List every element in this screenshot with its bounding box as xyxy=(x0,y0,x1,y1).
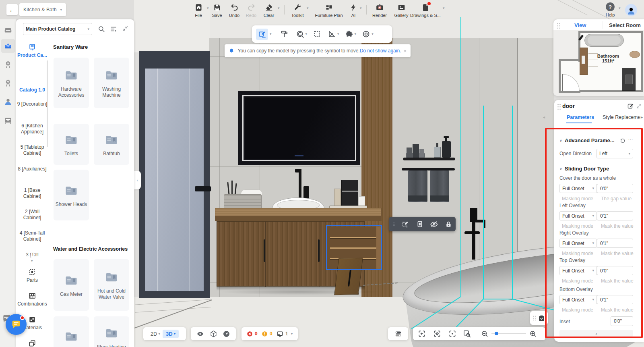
lock-icon[interactable] xyxy=(445,220,452,228)
fit-view-icon[interactable] xyxy=(418,330,426,338)
search-icon[interactable] xyxy=(98,25,105,33)
drawings-button[interactable]: Drawings & S... xyxy=(409,3,442,18)
category-item[interactable]: 1 [Base Cabinet] xyxy=(17,187,48,199)
edit-icon[interactable] xyxy=(627,103,634,110)
toolkit-button[interactable]: Toolkit xyxy=(289,3,306,18)
sidebar-item-cabinet[interactable] xyxy=(4,116,12,125)
plugin-icon[interactable] xyxy=(345,30,353,38)
chevron-down-icon[interactable]: ▾ xyxy=(270,32,272,36)
drag-handle-icon[interactable] xyxy=(557,22,560,29)
category-card[interactable]: Bathtub xyxy=(94,124,129,165)
mode-3d-button[interactable]: 3D▾ xyxy=(163,330,179,338)
chevron-down-icon[interactable]: ▾ xyxy=(305,32,308,36)
project-title-dropdown[interactable]: Kitchen & Bath ▾ xyxy=(19,3,66,16)
focus-icon[interactable] xyxy=(448,330,456,338)
chevron-down-icon[interactable]: ▾ xyxy=(372,32,374,36)
category-item[interactable]: 9 [Decoration] xyxy=(17,101,48,107)
chevron-down-icon[interactable]: ▾ xyxy=(278,6,280,10)
zoom-area-icon[interactable] xyxy=(463,330,471,338)
close-icon[interactable]: × xyxy=(403,48,407,54)
category-card[interactable]: Socket xyxy=(54,316,89,347)
issues-toolbar[interactable]: 0 0 1 ▾ xyxy=(242,327,298,340)
scrollbar-thumb[interactable] xyxy=(47,60,48,147)
render-button[interactable]: Render xyxy=(371,3,388,18)
category-card[interactable]: Floor Heating Water xyxy=(94,316,129,347)
chevron-down-icon[interactable]: ▾ xyxy=(443,6,445,10)
ai-button[interactable]: AI xyxy=(347,3,360,18)
panel-collapse-tab[interactable]: ‹ xyxy=(134,171,141,189)
tab-scroll-right-icon[interactable]: ► xyxy=(640,115,644,119)
sidebar-item-badge[interactable] xyxy=(4,60,12,69)
material-picker-icon[interactable] xyxy=(296,30,304,38)
category-card[interactable]: Toilets xyxy=(54,124,89,165)
toggles-button[interactable] xyxy=(388,327,408,340)
category-card[interactable]: Hot and Cold Water Valve xyxy=(94,259,129,311)
sidebar-item-vip[interactable] xyxy=(4,42,12,50)
clear-button[interactable]: Clear xyxy=(261,3,277,18)
collapse-panel-icon[interactable] xyxy=(122,25,128,32)
sidebar-item-badge[interactable] xyxy=(4,79,12,87)
subtab-catalog[interactable]: Catalog 1.0 xyxy=(17,87,48,93)
measure-icon[interactable] xyxy=(328,30,336,38)
category-card[interactable]: Hardware Accessories xyxy=(54,58,89,108)
category-item[interactable]: 8 [Auxiliaries] xyxy=(17,166,48,172)
nav-hybrid-library[interactable]: Hybrid libra... xyxy=(16,339,48,347)
tab-select-room[interactable]: Select Room xyxy=(609,22,641,28)
camera-settings-icon[interactable] xyxy=(433,330,441,338)
expand-list-icon[interactable]: ▾ xyxy=(31,259,33,263)
expand-icon[interactable] xyxy=(636,104,642,109)
door-swap-icon[interactable] xyxy=(416,220,424,228)
chevron-down-icon[interactable]: ▾ xyxy=(207,6,209,10)
catalog-dropdown[interactable]: Main Product Catalog ▾ xyxy=(23,23,92,35)
nav-combinations[interactable]: Combinations xyxy=(16,292,48,307)
category-card[interactable]: Shower Heads xyxy=(54,170,89,220)
target-icon[interactable] xyxy=(362,30,370,38)
avatar[interactable] xyxy=(625,4,637,16)
category-card[interactable]: Washing Machine xyxy=(94,58,129,108)
edit-selection-icon[interactable] xyxy=(401,220,409,229)
sidebar-item-account[interactable] xyxy=(4,97,12,106)
undo-button[interactable]: Undo xyxy=(226,3,242,18)
hide-icon[interactable] xyxy=(430,220,438,229)
category-card[interactable]: Gas Meter xyxy=(54,259,89,311)
chevron-down-icon[interactable]: ▾ xyxy=(360,6,362,10)
gallery-button[interactable]: Gallery xyxy=(392,3,411,18)
performance-icon[interactable] xyxy=(223,330,230,338)
zoom-slider-track[interactable] xyxy=(491,333,526,334)
chevron-down-icon[interactable]: ▾ xyxy=(355,32,357,36)
support-chat-button[interactable] xyxy=(6,314,27,335)
chevron-down-icon[interactable]: ▾ xyxy=(619,6,621,10)
drag-handle-icon[interactable] xyxy=(557,103,561,110)
tab-scroll-left-icon[interactable]: ◄ xyxy=(542,115,546,119)
filter-list-icon[interactable] xyxy=(110,25,117,33)
tab-product-catalog[interactable]: Product Ca... xyxy=(16,43,48,58)
paint-roller-icon[interactable] xyxy=(280,30,289,38)
zoom-out-icon[interactable] xyxy=(481,330,488,337)
zoom-slider-handle[interactable] xyxy=(495,332,498,335)
do-not-show-link[interactable]: Do not show again. xyxy=(360,48,401,54)
save-button[interactable]: Save xyxy=(209,3,225,18)
tab-parameters[interactable]: Parameters xyxy=(567,114,594,120)
category-item[interactable]: 6 [Kitchen Appliance] xyxy=(17,123,48,135)
tab-style-replacement[interactable]: Style Replaceme xyxy=(603,114,640,120)
zoom-in-icon[interactable] xyxy=(529,330,537,337)
category-item[interactable]: 4 [Semi-Tall Cabinet] xyxy=(17,230,48,242)
mode-2d-button[interactable]: 2D▾ xyxy=(151,331,160,337)
drag-handle-icon[interactable] xyxy=(392,220,396,228)
category-item[interactable]: 5 [Tabletop Cabinet] xyxy=(17,144,48,156)
furniture-plan-button[interactable]: Furniture Plan xyxy=(313,3,345,18)
chevron-down-icon[interactable]: ▾ xyxy=(307,6,309,10)
category-item[interactable]: 2 [Wall Cabinet] xyxy=(17,209,48,221)
nav-parts[interactable]: Parts xyxy=(16,268,48,283)
visibility-icon[interactable] xyxy=(196,330,204,338)
sidebar-item-furniture[interactable] xyxy=(4,26,12,35)
cube-view-icon[interactable] xyxy=(210,330,217,338)
select-tool-button[interactable] xyxy=(256,29,268,40)
chevron-down-icon[interactable]: ▾ xyxy=(337,32,339,36)
file-button[interactable]: File xyxy=(190,3,206,18)
floorplan-minimap[interactable]: Bathroom 151ft² xyxy=(553,30,644,96)
help-button[interactable]: ? Help xyxy=(602,2,618,17)
tab-view[interactable]: View xyxy=(574,22,586,28)
back-button[interactable]: ← xyxy=(6,4,18,15)
area-select-icon[interactable] xyxy=(313,30,321,38)
